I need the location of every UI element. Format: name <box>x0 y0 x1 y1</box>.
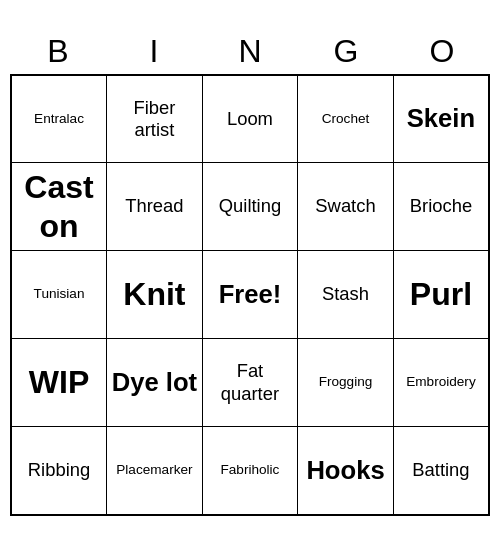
cell-text-1-1: Thread <box>111 195 198 217</box>
cell-0-1: Fiber artist <box>107 75 203 163</box>
table-row: WIPDye lotFat quarterFroggingEmbroidery <box>11 339 489 427</box>
cell-text-3-1: Dye lot <box>111 367 198 398</box>
cell-text-1-2: Quilting <box>207 195 293 217</box>
cell-1-0: Cast on <box>11 163 107 251</box>
header-letter-G: G <box>298 29 394 74</box>
cell-3-1: Dye lot <box>107 339 203 427</box>
cell-1-3: Swatch <box>298 163 394 251</box>
cell-text-2-4: Purl <box>398 275 484 313</box>
header-letter-O: O <box>394 29 490 74</box>
cell-text-0-2: Loom <box>207 108 293 130</box>
cell-2-1: Knit <box>107 251 203 339</box>
cell-4-4: Batting <box>393 427 489 515</box>
header-letter-N: N <box>202 29 298 74</box>
cell-4-0: Ribbing <box>11 427 107 515</box>
cell-text-4-4: Batting <box>398 459 484 481</box>
cell-text-2-1: Knit <box>111 275 198 313</box>
bingo-card: BINGO EntralacFiber artistLoomCrochetSke… <box>10 29 490 516</box>
cell-text-4-0: Ribbing <box>16 459 102 481</box>
cell-3-0: WIP <box>11 339 107 427</box>
cell-2-3: Stash <box>298 251 394 339</box>
table-row: Cast onThreadQuiltingSwatchBrioche <box>11 163 489 251</box>
cell-1-1: Thread <box>107 163 203 251</box>
cell-text-0-3: Crochet <box>302 111 389 127</box>
cell-4-3: Hooks <box>298 427 394 515</box>
cell-1-2: Quilting <box>202 163 297 251</box>
cell-3-4: Embroidery <box>393 339 489 427</box>
cell-text-1-3: Swatch <box>302 195 389 217</box>
table-row: EntralacFiber artistLoomCrochetSkein <box>11 75 489 163</box>
cell-0-3: Crochet <box>298 75 394 163</box>
cell-0-4: Skein <box>393 75 489 163</box>
cell-text-0-0: Entralac <box>16 111 102 127</box>
cell-text-2-2: Free! <box>207 279 293 310</box>
cell-4-2: Fabriholic <box>202 427 297 515</box>
header-row: BINGO <box>10 29 490 74</box>
cell-text-4-1: Placemarker <box>111 462 198 478</box>
cell-text-3-3: Frogging <box>302 374 389 390</box>
bingo-grid: EntralacFiber artistLoomCrochetSkeinCast… <box>10 74 490 516</box>
table-row: RibbingPlacemarkerFabriholicHooksBatting <box>11 427 489 515</box>
cell-text-3-4: Embroidery <box>398 374 484 390</box>
cell-text-2-3: Stash <box>302 283 389 305</box>
cell-0-0: Entralac <box>11 75 107 163</box>
cell-text-2-0: Tunisian <box>16 286 102 302</box>
cell-text-4-3: Hooks <box>302 455 389 486</box>
cell-3-3: Frogging <box>298 339 394 427</box>
cell-2-0: Tunisian <box>11 251 107 339</box>
header-letter-I: I <box>106 29 202 74</box>
cell-text-1-0: Cast on <box>16 168 102 245</box>
cell-2-2: Free! <box>202 251 297 339</box>
cell-text-3-2: Fat quarter <box>207 360 293 404</box>
cell-3-2: Fat quarter <box>202 339 297 427</box>
table-row: TunisianKnitFree!StashPurl <box>11 251 489 339</box>
cell-text-4-2: Fabriholic <box>207 462 293 478</box>
cell-2-4: Purl <box>393 251 489 339</box>
header-table: BINGO <box>10 29 490 74</box>
cell-text-0-1: Fiber artist <box>111 97 198 141</box>
cell-1-4: Brioche <box>393 163 489 251</box>
header-letter-B: B <box>10 29 106 74</box>
cell-4-1: Placemarker <box>107 427 203 515</box>
cell-text-3-0: WIP <box>16 363 102 401</box>
cell-text-0-4: Skein <box>398 103 484 134</box>
cell-0-2: Loom <box>202 75 297 163</box>
cell-text-1-4: Brioche <box>398 195 484 217</box>
